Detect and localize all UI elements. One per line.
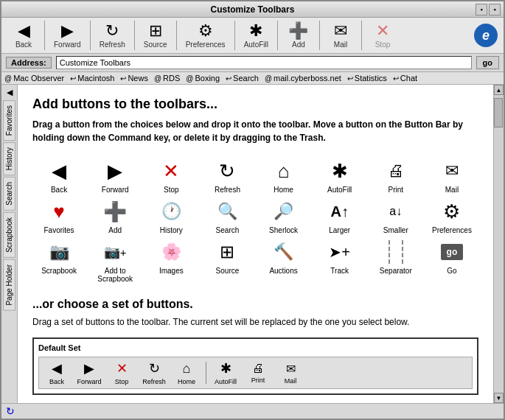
status-bar: ↻ [1,403,504,419]
btn-autofill-label: AutoFill [327,186,352,194]
toolbar-divider-1 [44,21,45,50]
toolbar-source-btn[interactable]: ⊞ Source [139,21,172,50]
toolbar-mail-btn[interactable]: ✉ Mail [324,21,357,50]
btn-search[interactable]: 🔍 Search [201,200,254,234]
ds-home-icon: ⌂ [183,361,191,377]
btn-search-icon: 🔍 [212,200,242,223]
btn-track-icon: ➤+ [325,240,355,264]
toolbar-forward-btn[interactable]: ▶ Forward [49,21,86,50]
btn-stop[interactable]: ✕ Stop [144,159,198,194]
address-bar: Address: Customize Toolbars go [1,54,504,72]
ds-mail-icon: ✉ [286,362,296,376]
btn-home[interactable]: ⌂ Home [257,159,310,194]
btn-sherlock[interactable]: 🔎 Sherlock [257,200,310,234]
ds-autofill-icon: ✱ [220,360,231,377]
close-btn[interactable]: ▪ [489,4,501,15]
ds-mail-btn[interactable]: ✉ Mail [276,362,305,385]
resize-btn[interactable]: ▪ [476,4,487,15]
btn-track[interactable]: ➤+ Track [313,240,366,283]
btn-separator-icon: ⠀ [389,240,403,264]
btn-preferences[interactable]: ⚙ Preferences [425,200,478,234]
ds-back-btn[interactable]: ◀ Back [42,360,72,385]
bookmark-macintosh[interactable]: ↩ Macintosh [70,74,114,83]
btn-autofill[interactable]: ✱ AutoFill [313,159,366,194]
scrollbar-track[interactable] [494,95,504,393]
sidebar-tab-search[interactable]: Search [3,177,15,211]
btn-preferences-label: Preferences [432,226,472,234]
btn-preferences-icon: ⚙ [437,200,467,223]
sidebar-tab-history[interactable]: History [3,142,15,175]
ds-forward-btn[interactable]: ▶ Forward [74,360,104,385]
bookmark-rds[interactable]: @ RDS [154,74,180,83]
btn-history[interactable]: 🕐 History [144,200,198,234]
go-button[interactable]: go [476,56,499,69]
btn-add-to-scrapbook[interactable]: 📷+ Add to Scrapbook [88,240,142,283]
sidebar-tab-page-holder[interactable]: Page Holder [3,259,15,311]
bookmark-icon-5: ↩ [226,74,231,83]
bookmark-label-8: Chat [400,74,417,83]
btn-auctions[interactable]: 🔨 Auctions [257,240,310,283]
toolbar-divider-8 [361,21,362,50]
ds-autofill-btn[interactable]: ✱ AutoFill [211,360,240,385]
btn-auctions-icon: 🔨 [269,240,299,264]
ds-refresh-btn[interactable]: ↻ Refresh [139,360,169,385]
btn-forward-label: Forward [102,186,129,194]
bookmark-chat[interactable]: ↩ Chat [393,74,417,83]
toolbar-autofill-btn[interactable]: ✱ AutoFill [240,21,273,50]
btn-home-label: Home [274,186,293,194]
ds-forward-label: Forward [77,378,101,385]
bookmark-mail-cyberboss[interactable]: @ mail.cyberboss.net [265,74,341,83]
toolbar-stop-btn[interactable]: ✕ Stop [366,21,399,50]
btn-smaller-label: Smaller [383,226,408,234]
btn-print[interactable]: 🖨 Print [369,159,422,194]
toolbar-refresh-btn[interactable]: ↻ Refresh [95,21,130,50]
toolbar-divider-2 [90,21,91,50]
sidebar-collapse-btn[interactable]: ◀ [7,88,13,97]
btn-stop-label: Stop [164,186,179,194]
default-set-box[interactable]: Default Set ◀ Back ▶ Forward ✕ Stop [32,337,478,395]
toolbar-back-btn[interactable]: ◀ Back [7,21,40,50]
address-input[interactable]: Customize Toolbars [56,56,472,69]
btn-scrapbook[interactable]: 📷 Scrapbook [32,240,86,283]
btn-add[interactable]: ➕ Add [88,200,142,234]
btn-favorites[interactable]: ♥ Favorites [32,200,86,234]
bookmark-search[interactable]: ↩ Search [226,74,259,83]
add-icon: ➕ [288,23,308,39]
toolbar-divider-3 [134,21,135,50]
ds-print-label: Print [251,377,265,384]
mail-icon: ✉ [334,23,347,39]
bookmark-statistics[interactable]: ↩ Statistics [347,74,387,83]
bookmark-boxing[interactable]: @ Boxing [186,74,220,83]
scrollbar: ▲ ▼ [493,85,504,403]
toolbar-divider-5 [234,21,235,50]
toolbar-preferences-btn[interactable]: ⚙ Preferences [181,21,230,50]
ds-stop-icon: ✕ [116,360,128,377]
scrollbar-up-btn[interactable]: ▲ [494,85,504,95]
btn-larger[interactable]: A↑ Larger [313,200,366,234]
sidebar-tab-scrapbook[interactable]: Scrapbook [3,212,15,258]
btn-mail[interactable]: ✉ Mail [425,159,478,194]
btn-separator[interactable]: ⠀ Separator [369,240,422,283]
preferences-icon: ⚙ [198,23,213,39]
scrollbar-thumb[interactable] [494,98,503,127]
btn-refresh[interactable]: ↻ Refresh [201,159,254,194]
sidebar-tab-favorites[interactable]: Favorites [3,100,15,141]
ds-print-btn[interactable]: 🖨 Print [243,362,273,384]
scrollbar-down-btn[interactable]: ▼ [494,393,504,403]
bookmark-news[interactable]: ↩ News [120,74,148,83]
toolbar-add-btn[interactable]: ➕ Add [282,21,315,50]
btn-smaller[interactable]: a↓ Smaller [369,200,422,234]
btn-forward[interactable]: ▶ Forward [88,159,142,194]
toolbar-forward-label: Forward [54,41,81,49]
ds-stop-btn[interactable]: ✕ Stop [107,360,136,385]
ds-home-btn[interactable]: ⌂ Home [172,361,201,385]
btn-back[interactable]: ◀ Back [32,159,86,194]
btn-go[interactable]: go Go [425,240,478,283]
btn-images[interactable]: 🌸 Images [144,240,198,283]
ds-back-icon: ◀ [52,360,62,377]
window-controls: ▪ ▪ [476,4,501,15]
btn-forward-icon: ▶ [100,159,130,183]
btn-source[interactable]: ⊞ Source [201,240,254,283]
bookmark-mac-observer[interactable]: @ Mac Observer [4,74,64,83]
sidebar: ◀ Favorites History Search Scrapbook Pag… [1,85,18,403]
